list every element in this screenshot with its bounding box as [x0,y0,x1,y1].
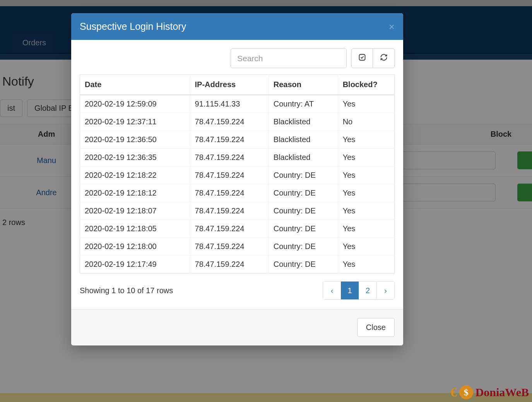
cell-reason: Country: DE [269,202,338,220]
refresh-button[interactable] [373,48,395,68]
table-header-row: Date IP-Address Reason Blocked? [80,75,395,95]
cell-date: 2020-02-19 12:36:35 [80,149,190,167]
cell-blocked: Yes [338,220,394,238]
cell-date: 2020-02-19 12:17:49 [80,256,190,273]
table-row: 2020-02-19 12:18:2278.47.159.224Country:… [80,167,395,184]
watermark: € $ DoniaWeB [450,385,529,400]
cell-ip: 78.47.159.224 [190,256,269,273]
cell-blocked: Yes [338,256,394,273]
login-history-modal: Suspective Login History × [71,13,403,345]
close-icon[interactable]: × [389,22,395,32]
showing-text: Showing 1 to 10 of 17 rows [80,286,173,295]
cell-date: 2020-02-19 12:37:11 [80,113,190,131]
table-row: 2020-02-19 12:18:1278.47.159.224Country:… [80,184,395,202]
page-next[interactable]: › [376,282,394,299]
modal-body: Date IP-Address Reason Blocked? 2020-02-… [71,40,403,309]
cell-ip: 78.47.159.224 [190,220,269,238]
table-row: 2020-02-19 12:17:4978.47.159.224Country:… [80,256,395,273]
th-ip[interactable]: IP-Address [190,75,269,95]
cell-date: 2020-02-19 12:18:12 [80,184,190,202]
refresh-icon [380,53,388,63]
cell-ip: 78.47.159.224 [190,184,269,202]
th-blocked[interactable]: Blocked? [338,75,394,95]
cell-blocked: Yes [338,131,394,149]
cell-blocked: Yes [338,202,394,220]
cell-reason: Country: DE [269,184,338,202]
cell-ip: 78.47.159.224 [190,149,269,167]
cell-reason: Country: DE [269,238,338,256]
table-row: 2020-02-19 12:37:1178.47.159.224Blacklis… [80,113,395,131]
th-reason[interactable]: Reason [269,75,338,95]
table-row: 2020-02-19 12:18:0778.47.159.224Country:… [80,202,395,220]
cell-ip: 78.47.159.224 [190,113,269,131]
cell-ip: 78.47.159.224 [190,167,269,184]
login-history-table: Date IP-Address Reason Blocked? 2020-02-… [80,74,395,273]
modal-header: Suspective Login History × [71,13,403,40]
search-input[interactable] [231,48,347,68]
cell-date: 2020-02-19 12:18:00 [80,238,190,256]
cell-date: 2020-02-19 12:36:50 [80,131,190,149]
cell-date: 2020-02-19 12:59:09 [80,95,190,113]
cell-blocked: Yes [338,95,394,113]
svg-rect-0 [359,55,365,60]
watermark-text: DoniaWeB [476,386,529,399]
cell-reason: Country: DE [269,167,338,184]
cell-blocked: Yes [338,184,394,202]
cell-date: 2020-02-19 12:18:07 [80,202,190,220]
cell-ip: 78.47.159.224 [190,238,269,256]
cell-reason: Country: DE [269,220,338,238]
modal-title: Suspective Login History [80,21,186,32]
cell-blocked: Yes [338,149,394,167]
pagination: ‹ 12 › [323,281,395,300]
table-row: 2020-02-19 12:18:0578.47.159.224Country:… [80,220,395,238]
th-date[interactable]: Date [80,75,190,95]
euro-icon: € [450,385,457,400]
cell-blocked: No [338,113,394,131]
table-footer: Showing 1 to 10 of 17 rows ‹ 12 › [80,281,395,300]
page-1[interactable]: 1 [341,282,359,299]
cell-reason: Blacklisted [269,113,338,131]
cell-date: 2020-02-19 12:18:05 [80,220,190,238]
toggle-icon [358,53,366,63]
table-toolbar [80,48,395,68]
cell-blocked: Yes [338,238,394,256]
cell-reason: Blacklisted [269,131,338,149]
table-row: 2020-02-19 12:36:3578.47.159.224Blacklis… [80,149,395,167]
dollar-icon: $ [459,385,473,399]
table-row: 2020-02-19 12:18:0078.47.159.224Country:… [80,238,395,256]
cell-blocked: Yes [338,167,394,184]
close-button[interactable]: Close [357,318,395,337]
toggle-columns-button[interactable] [351,48,373,68]
cell-reason: Country: AT [269,95,338,113]
cell-ip: 78.47.159.224 [190,131,269,149]
table-row: 2020-02-19 12:59:0991.115.41.33Country: … [80,95,395,113]
toolbar-button-group [351,48,395,68]
cell-reason: Blacklisted [269,149,338,167]
cell-date: 2020-02-19 12:18:22 [80,167,190,184]
page-2[interactable]: 2 [359,282,376,299]
cell-ip: 78.47.159.224 [190,202,269,220]
table-row: 2020-02-19 12:36:5078.47.159.224Blacklis… [80,131,395,149]
modal-footer: Close [71,309,403,345]
cell-reason: Country: DE [269,256,338,273]
page-prev[interactable]: ‹ [323,282,341,299]
cell-ip: 91.115.41.33 [190,95,269,113]
